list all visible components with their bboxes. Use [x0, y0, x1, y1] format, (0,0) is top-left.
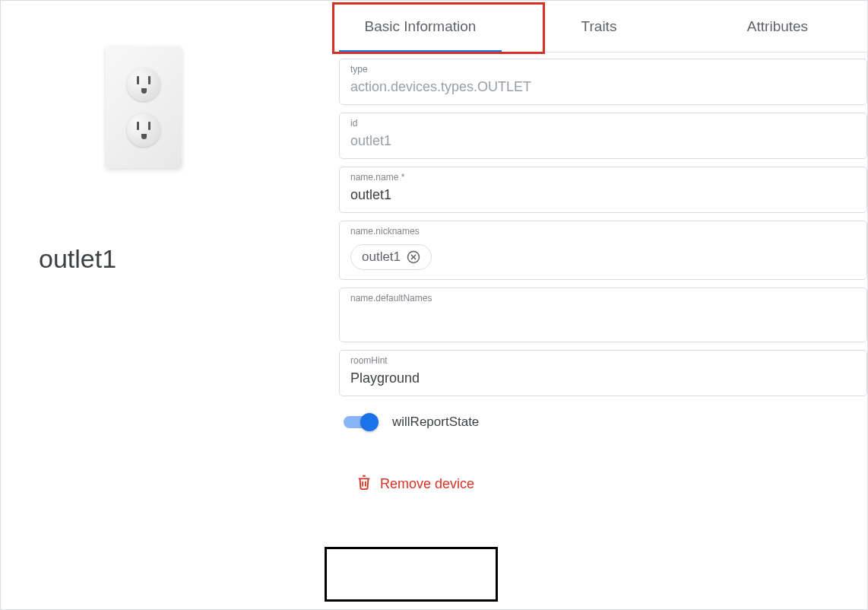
tab-label: Attributes — [747, 18, 808, 35]
field-label: name.defaultNames — [350, 293, 856, 303]
chip-remove-icon[interactable] — [407, 250, 420, 264]
tab-bar: Basic Information Traits Attributes — [331, 1, 867, 52]
chip-label: outlet1 — [362, 249, 401, 265]
basic-info-form: type action.devices.types.OUTLET id outl… — [331, 52, 867, 506]
remove-device-label: Remove device — [380, 476, 474, 492]
field-type[interactable]: type action.devices.types.OUTLET — [339, 59, 867, 105]
remove-device-button[interactable]: Remove device — [339, 462, 867, 506]
field-name-name[interactable]: name.name * — [339, 167, 867, 213]
tab-traits[interactable]: Traits — [510, 1, 689, 52]
defaultnames-input[interactable] — [350, 308, 856, 324]
field-roomhint[interactable]: roomHint — [339, 350, 867, 396]
device-summary-panel: outlet1 — [1, 1, 331, 609]
toggle-label: willReportState — [392, 415, 479, 430]
roomhint-input[interactable] — [350, 370, 856, 386]
willreportstate-toggle[interactable] — [342, 413, 379, 431]
field-label: name.nicknames — [350, 226, 856, 237]
tab-attributes[interactable]: Attributes — [689, 1, 867, 52]
field-name-nicknames[interactable]: name.nicknames outlet1 — [339, 221, 867, 280]
field-label: roomHint — [350, 355, 856, 366]
trash-icon — [356, 474, 372, 494]
outlet-socket-icon — [127, 113, 160, 147]
field-name-defaultnames[interactable]: name.defaultNames — [339, 288, 867, 342]
field-value: action.devices.types.OUTLET — [350, 79, 856, 95]
tab-label: Traits — [581, 18, 617, 35]
field-label: type — [350, 64, 856, 75]
device-image-outlet — [106, 46, 182, 168]
field-value: outlet1 — [350, 133, 856, 149]
field-label: name.name * — [350, 172, 856, 183]
field-id[interactable]: id outlet1 — [339, 113, 867, 159]
name-name-input[interactable] — [350, 187, 856, 203]
device-title: outlet1 — [39, 244, 293, 274]
outlet-socket-icon — [127, 68, 160, 101]
tab-label: Basic Information — [365, 18, 477, 35]
field-label: id — [350, 118, 856, 129]
nickname-chip[interactable]: outlet1 — [350, 244, 432, 270]
willreportstate-row: willReportState — [339, 404, 867, 431]
tab-basic-information[interactable]: Basic Information — [331, 1, 510, 52]
